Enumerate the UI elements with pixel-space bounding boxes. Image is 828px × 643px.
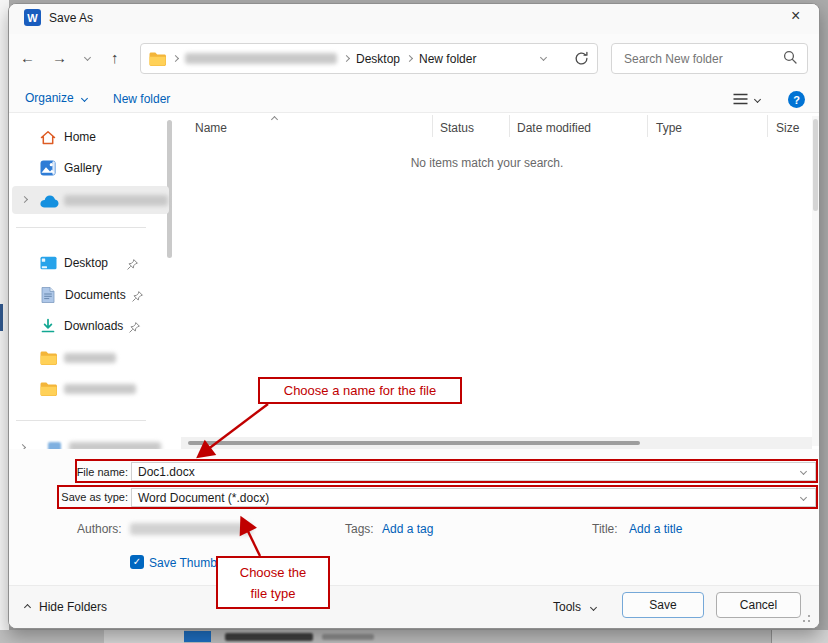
- organize-chevron-icon: [81, 94, 88, 101]
- save-thumbnail-checkbox[interactable]: ✓: [130, 555, 144, 569]
- screen: W Save As × ← → ↑ Desktop New folder Org…: [0, 0, 828, 643]
- organize-label: Organize: [25, 91, 74, 105]
- column-header-status[interactable]: Status: [440, 121, 474, 135]
- refresh-icon[interactable]: [574, 51, 589, 70]
- file-name-input[interactable]: [132, 465, 801, 479]
- sidebar-item-folder-redacted[interactable]: [14, 374, 164, 404]
- background-segment: [772, 630, 828, 643]
- folder-icon: [149, 52, 166, 66]
- column-header-size[interactable]: Size: [776, 121, 799, 135]
- sidebar-item-documents[interactable]: Documents: [14, 280, 164, 310]
- onedrive-label-redacted: [64, 195, 168, 206]
- folder-label-redacted: [64, 353, 116, 363]
- sidebar-item-label: Home: [64, 130, 96, 144]
- column-divider: [647, 115, 648, 137]
- column-header-type[interactable]: Type: [656, 121, 682, 135]
- hide-folders-button[interactable]: Hide Folders: [25, 600, 107, 614]
- sidebar-item-gallery[interactable]: Gallery: [14, 153, 164, 183]
- pin-icon[interactable]: [131, 289, 144, 307]
- folder-icon: [40, 382, 64, 396]
- sidebar-item-label: Desktop: [64, 256, 108, 270]
- save-as-type-label: Save as type:: [61, 491, 128, 503]
- view-options-button[interactable]: [733, 93, 760, 105]
- home-icon: [40, 130, 64, 145]
- save-as-type-combobox[interactable]: Word Document (*.docx): [131, 488, 816, 507]
- authors-value-redacted: [130, 523, 252, 535]
- onedrive-cloud-icon: [40, 194, 59, 212]
- empty-list-message: No items match your search.: [411, 156, 564, 170]
- hide-folders-label: Hide Folders: [39, 600, 107, 614]
- folder-label-redacted: [64, 384, 136, 394]
- organize-button[interactable]: Organize: [25, 91, 87, 105]
- scrollbar-thumb[interactable]: [813, 119, 818, 211]
- list-horizontal-scrollbar[interactable]: [181, 437, 812, 449]
- chevron-down-icon[interactable]: [800, 468, 807, 475]
- close-icon[interactable]: ×: [791, 7, 800, 25]
- chevron-down-icon[interactable]: [800, 494, 807, 501]
- breadcrumb-separator-icon: [343, 55, 350, 62]
- tools-label: Tools: [553, 600, 581, 614]
- check-icon: ✓: [133, 557, 141, 567]
- column-divider: [509, 115, 510, 137]
- add-a-tag-link[interactable]: Add a tag: [382, 522, 433, 536]
- tools-dropdown[interactable]: Tools: [553, 600, 596, 614]
- expand-chevron-icon[interactable]: [21, 196, 28, 203]
- title-bar: [9, 4, 819, 34]
- add-a-title-link[interactable]: Add a title: [629, 522, 682, 536]
- background-file-icon: [184, 631, 211, 642]
- background-window-bottom-strip: [0, 630, 828, 643]
- gallery-icon: [40, 160, 64, 176]
- search-icon[interactable]: [783, 50, 797, 68]
- back-arrow-icon[interactable]: ←: [20, 50, 35, 65]
- title-label: Title:: [592, 522, 618, 536]
- save-as-type-value: Word Document (*.docx): [132, 491, 801, 505]
- view-chevron-icon: [754, 95, 761, 102]
- downloads-icon: [40, 318, 64, 334]
- background-accent-bar: [0, 304, 3, 331]
- breadcrumb-separator-icon: [406, 55, 413, 62]
- pin-icon[interactable]: [128, 320, 141, 338]
- background-text-blob: [322, 634, 374, 640]
- word-logo-icon: W: [24, 9, 41, 26]
- new-folder-button[interactable]: New folder: [113, 92, 170, 106]
- list-view-icon: [733, 93, 748, 105]
- desktop-icon: [40, 256, 64, 271]
- sidebar-divider: [16, 227, 146, 228]
- sidebar-item-home[interactable]: Home: [14, 122, 164, 152]
- sidebar-item-onedrive[interactable]: [12, 186, 169, 214]
- breadcrumb-item-desktop[interactable]: Desktop: [356, 52, 400, 66]
- callout-file-name: Choose a name for the file: [258, 377, 462, 404]
- folder-icon: [40, 351, 64, 365]
- search-input[interactable]: [622, 51, 783, 67]
- file-name-label: File name:: [77, 466, 128, 478]
- column-divider: [432, 115, 433, 137]
- window-title: Save As: [49, 11, 93, 25]
- sidebar-divider: [16, 420, 146, 421]
- file-name-combobox[interactable]: [131, 462, 816, 481]
- search-box: [611, 43, 808, 74]
- sidebar-item-folder-redacted[interactable]: [14, 343, 164, 373]
- list-vertical-scrollbar[interactable]: [812, 116, 819, 446]
- breadcrumb-item-redacted[interactable]: [185, 53, 337, 64]
- background-segment: [104, 630, 184, 643]
- save-button[interactable]: Save: [622, 592, 704, 618]
- sidebar-item-label: Gallery: [64, 161, 102, 175]
- sidebar-item-desktop[interactable]: Desktop: [14, 248, 164, 278]
- column-header-name[interactable]: Name: [195, 121, 227, 135]
- up-arrow-icon[interactable]: ↑: [111, 50, 119, 65]
- scrollbar-thumb[interactable]: [188, 441, 640, 445]
- chevron-down-icon: [590, 603, 597, 610]
- sidebar-item-downloads[interactable]: Downloads: [14, 311, 164, 341]
- column-header-date-modified[interactable]: Date modified: [517, 121, 591, 135]
- forward-arrow-icon[interactable]: →: [52, 50, 67, 65]
- breadcrumb: Desktop New folder: [149, 43, 476, 74]
- chevron-up-icon: [24, 603, 31, 610]
- help-icon[interactable]: ?: [788, 91, 805, 108]
- breadcrumb-item-new-folder[interactable]: New folder: [419, 52, 476, 66]
- column-divider: [767, 115, 768, 137]
- tags-label: Tags:: [345, 522, 374, 536]
- breadcrumb-separator-icon: [172, 55, 179, 62]
- cancel-button[interactable]: Cancel: [716, 592, 801, 618]
- sidebar-item-label: Documents: [65, 288, 126, 302]
- pin-icon[interactable]: [126, 257, 139, 275]
